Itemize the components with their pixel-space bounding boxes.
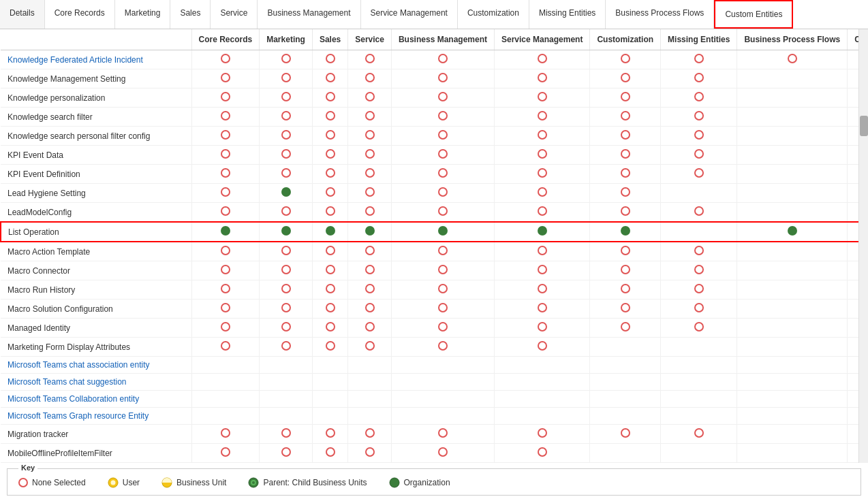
entity-name: Lead Hygiene Setting	[1, 184, 191, 203]
table-row: Knowledge Management Setting	[1, 69, 858, 88]
app-container: DetailsCore RecordsMarketingSalesService…	[0, 0, 868, 501]
circle-none	[326, 54, 335, 63]
circle-cell	[848, 408, 858, 425]
circle-cell	[348, 184, 392, 203]
tab-core-records[interactable]: Core Records	[45, 0, 115, 29]
circle-cell	[191, 444, 260, 463]
circle-cell	[737, 184, 848, 203]
key-item-none: None Selected	[18, 478, 86, 487]
tab-business-process-flows[interactable]: Business Process Flows	[606, 0, 714, 29]
circle-cell	[191, 242, 260, 261]
entity-name[interactable]: Microsoft Teams chat suggestion	[1, 374, 191, 391]
circle-cell	[312, 222, 347, 242]
circle-cell	[661, 146, 737, 165]
circle-cell	[661, 374, 737, 391]
circle-cell	[391, 108, 494, 127]
key-icon-parent	[248, 477, 259, 488]
circle-none	[621, 206, 630, 216]
circle-none	[621, 73, 630, 82]
circle-none	[365, 54, 375, 63]
circle-cell	[661, 338, 737, 357]
circle-none	[326, 111, 335, 120]
circle-none	[538, 111, 547, 120]
entity-name[interactable]: Microsoft Teams Collaboration entity	[1, 391, 191, 408]
circle-cell	[661, 69, 737, 88]
table-wrapper[interactable]: Core RecordsMarketingSalesServiceBusines…	[0, 29, 858, 463]
circle-cell	[661, 300, 737, 319]
circle-cell	[348, 300, 392, 319]
circle-cell	[391, 222, 494, 242]
circle-none	[438, 284, 448, 293]
circle-none	[281, 168, 291, 178]
circle-cell	[737, 165, 848, 184]
circle-cell	[260, 261, 313, 280]
circle-cell	[737, 357, 848, 374]
entity-name: MobileOfflineProfileItemFilter	[1, 444, 191, 463]
circle-cell	[590, 444, 661, 463]
circle-cell	[495, 88, 590, 108]
tab-marketing[interactable]: Marketing	[115, 0, 171, 29]
circle-cell	[737, 300, 848, 319]
table-row: Microsoft Teams chat association entity	[1, 357, 858, 374]
circle-cell	[495, 203, 590, 223]
table-row: List Operation	[1, 222, 858, 242]
circle-cell	[348, 242, 392, 261]
table-row: Microsoft Teams Graph resource Entity	[1, 408, 858, 425]
scrollbar[interactable]	[858, 29, 868, 463]
tab-business-management[interactable]: Business Management	[258, 0, 360, 29]
circle-cell	[661, 444, 737, 463]
circle-none	[538, 265, 547, 274]
tab-sales[interactable]: Sales	[170, 0, 211, 29]
circle-none	[326, 428, 335, 438]
entity-name: Managed Identity	[1, 319, 191, 338]
circle-cell	[590, 319, 661, 338]
tab-custom-entities[interactable]: Custom Entities	[714, 0, 793, 29]
entity-name[interactable]: Knowledge Federated Article Incident	[1, 50, 191, 69]
col-header-business-process-flows: Business Process Flows	[737, 29, 848, 50]
circle-none	[621, 130, 630, 140]
circle-none	[365, 265, 375, 274]
circle-green	[326, 226, 335, 236]
circle-cell	[312, 69, 347, 88]
circle-cell	[590, 374, 661, 391]
circle-none	[326, 73, 335, 82]
circle-none	[365, 284, 375, 293]
circle-cell	[391, 50, 494, 69]
tab-service[interactable]: Service	[211, 0, 258, 29]
key-icon-bu	[161, 477, 172, 488]
col-header-business-management: Business Management	[391, 29, 494, 50]
circle-cell	[191, 146, 260, 165]
tab-details[interactable]: Details	[0, 0, 45, 29]
circle-cell	[260, 374, 313, 391]
circle-cell	[348, 338, 392, 357]
circle-cell	[312, 357, 347, 374]
circle-none	[281, 265, 291, 274]
circle-none	[326, 341, 335, 351]
circle-cell	[348, 146, 392, 165]
circle-none	[221, 428, 230, 438]
circle-cell	[848, 146, 858, 165]
circle-cell	[737, 146, 848, 165]
circle-none	[538, 322, 547, 332]
entity-name[interactable]: Microsoft Teams chat association entity	[1, 357, 191, 374]
circle-cell	[848, 357, 858, 374]
circle-cell	[260, 146, 313, 165]
circle-none	[281, 92, 291, 101]
circle-cell	[495, 222, 590, 242]
circle-cell	[191, 319, 260, 338]
circle-none	[326, 206, 335, 216]
tab-customization[interactable]: Customization	[458, 0, 529, 29]
tab-missing-entities[interactable]: Missing Entities	[529, 0, 606, 29]
circle-cell	[260, 50, 313, 69]
circle-cell	[661, 357, 737, 374]
tab-service-management[interactable]: Service Management	[361, 0, 458, 29]
circle-cell	[590, 242, 661, 261]
entity-name[interactable]: Microsoft Teams Graph resource Entity	[1, 408, 191, 425]
circle-none	[326, 265, 335, 274]
circle-none	[281, 73, 291, 82]
circle-cell	[312, 261, 347, 280]
key-item-label: Parent: Child Business Units	[263, 478, 367, 487]
entity-name: Knowledge search personal filter config	[1, 127, 191, 146]
scrollbar-thumb[interactable]	[860, 116, 868, 136]
circle-none	[365, 130, 375, 140]
